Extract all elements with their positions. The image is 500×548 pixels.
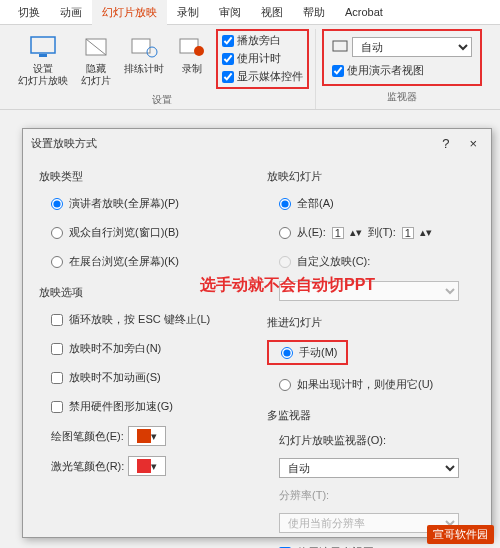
no-animation-check[interactable]: 放映时不加动画(S) (39, 368, 247, 387)
all-slides-radio[interactable]: 全部(A) (267, 194, 475, 213)
clock-icon (128, 31, 160, 63)
no-narration-check[interactable]: 放映时不加旁白(N) (39, 339, 247, 358)
annotation-text: 选手动就不会自动切PPT (200, 275, 375, 296)
playback-options: 播放旁白 使用计时 显示媒体控件 (216, 29, 309, 89)
show-media-check[interactable]: 显示媒体控件 (222, 69, 303, 84)
tab-anim[interactable]: 动画 (50, 0, 92, 25)
tab-acrobat[interactable]: Acrobat (335, 0, 393, 25)
group-label-monitor: 监视器 (322, 86, 482, 106)
pen-color-button[interactable]: ▾ (128, 426, 166, 446)
monitor-row: 自动 (332, 37, 472, 57)
presenter-view-check[interactable]: 使用演示者视图 (332, 63, 472, 78)
slideshow-monitor-select[interactable]: 自动 (279, 458, 459, 478)
tab-help[interactable]: 帮助 (293, 0, 335, 25)
setup-show-dialog: 设置放映方式 ? × 放映类型 演讲者放映(全屏幕)(P) 观众自行浏览(窗口)… (22, 128, 492, 538)
from-input[interactable] (332, 227, 344, 239)
svg-point-7 (194, 46, 204, 56)
manual-advance-radio[interactable]: 手动(M) (267, 340, 348, 365)
group-label-setup: 设置 (14, 89, 309, 109)
range-radio[interactable] (279, 227, 291, 239)
dialog-close-button[interactable]: × (463, 134, 483, 153)
record-button[interactable]: 录制 (172, 29, 212, 89)
monitor-label: 幻灯片放映监视器(O): (267, 433, 475, 448)
spin-icon[interactable]: ▴▾ (420, 226, 432, 239)
tab-record[interactable]: 录制 (167, 0, 209, 25)
spin-icon[interactable]: ▴▾ (350, 226, 362, 239)
hide-slide-button[interactable]: 隐藏 幻灯片 (76, 29, 116, 89)
use-timings-check[interactable]: 使用计时 (222, 51, 303, 66)
laser-color-button[interactable]: ▾ (128, 456, 166, 476)
setup-slideshow-button[interactable]: 设置 幻灯片放映 (14, 29, 72, 89)
svg-rect-1 (39, 54, 47, 57)
dialog-left-column: 放映类型 演讲者放映(全屏幕)(P) 观众自行浏览(窗口)(B) 在展台浏览(全… (39, 165, 247, 548)
tab-review[interactable]: 审阅 (209, 0, 251, 25)
dialog-help-button[interactable]: ? (436, 134, 455, 153)
custom-show-radio[interactable]: 自定义放映(C): (267, 252, 475, 271)
range-radio-row: 从(E): ▴▾ 到(T): ▴▾ (267, 223, 475, 242)
play-narrations-check[interactable]: 播放旁白 (222, 33, 303, 48)
record-icon (176, 31, 208, 63)
show-type-header: 放映类型 (39, 169, 247, 184)
browse-mode-radio[interactable]: 观众自行浏览(窗口)(B) (39, 223, 247, 242)
watermark: 宣哥软件园 (427, 525, 494, 544)
presenter-mode-radio[interactable]: 演讲者放映(全屏幕)(P) (39, 194, 247, 213)
dialog-title: 设置放映方式 (31, 136, 97, 151)
multimon-header: 多监视器 (267, 408, 475, 423)
loop-check[interactable]: 循环放映，按 ESC 键终止(L) (39, 310, 247, 329)
advance-header: 推进幻灯片 (267, 315, 475, 330)
timed-advance-radio[interactable]: 如果出现计时，则使用它(U) (267, 375, 475, 394)
kiosk-mode-radio[interactable]: 在展台浏览(全屏幕)(K) (39, 252, 247, 271)
monitor-icon (27, 31, 59, 63)
monitor-select[interactable]: 自动 (352, 37, 472, 57)
hide-slide-icon (80, 31, 112, 63)
pen-color-row: 绘图笔颜色(E): ▾ (39, 426, 247, 446)
tab-slideshow[interactable]: 幻灯片放映 (92, 0, 167, 25)
disable-hw-check[interactable]: 禁用硬件图形加速(G) (39, 397, 247, 416)
ribbon-tabs: 切换 动画 幻灯片放映 录制 审阅 视图 帮助 Acrobat (0, 0, 500, 25)
rehearse-button[interactable]: 排练计时 (120, 29, 168, 89)
dialog-right-column: 放映幻灯片 全部(A) 从(E): ▴▾ 到(T): ▴▾ 自定义放映(C): … (267, 165, 475, 548)
svg-rect-0 (31, 37, 55, 53)
resolution-label: 分辨率(T): (267, 488, 475, 503)
to-input[interactable] (402, 227, 414, 239)
monitor-icon-small (332, 40, 348, 54)
tab-view[interactable]: 视图 (251, 0, 293, 25)
svg-rect-8 (333, 41, 347, 51)
ribbon: 设置 幻灯片放映 隐藏 幻灯片 排练计时 录制 播放旁白 使用计时 显示媒体控件… (0, 25, 500, 110)
show-slides-header: 放映幻灯片 (267, 169, 475, 184)
tab-switch[interactable]: 切换 (8, 0, 50, 25)
laser-color-row: 激光笔颜色(R): ▾ (39, 456, 247, 476)
